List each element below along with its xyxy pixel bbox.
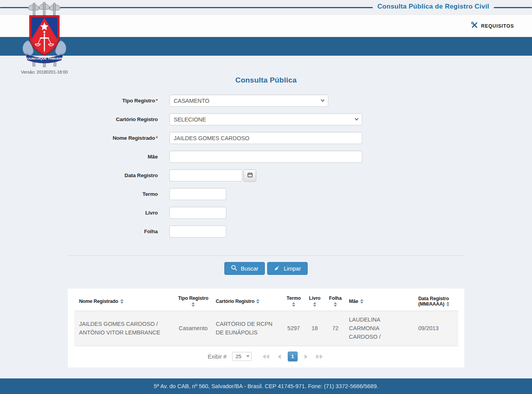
app-title: Consulta Pública de Registro Civil bbox=[373, 3, 494, 11]
form-row-nome-registrado: Nome Registrado* bbox=[67, 132, 465, 144]
main-content: Consulta Pública Tipo Registro* CASAMENT… bbox=[67, 76, 465, 368]
livro-label: Livro bbox=[67, 210, 169, 216]
cell-mae: LAUDELINA CARMONIA CARDOSO / bbox=[346, 311, 415, 346]
cell-tipo-registro: Casamento bbox=[174, 311, 213, 346]
col-header-cartorio-registro[interactable]: Cartório Registro bbox=[213, 292, 283, 311]
form-row-cartorio-registro: Cartório Registro SELECIONE bbox=[67, 113, 465, 125]
header-band bbox=[0, 37, 532, 56]
tipo-registro-select[interactable]: CASAMENTO bbox=[169, 95, 328, 107]
buscar-label: Buscar bbox=[241, 266, 258, 272]
termo-label: Termo bbox=[67, 191, 169, 197]
required-asterisk: * bbox=[156, 135, 158, 141]
mae-label: Mãe bbox=[67, 154, 169, 160]
pagination: Exibir # 25 1 bbox=[74, 352, 458, 361]
folha-input[interactable] bbox=[169, 225, 226, 237]
cartorio-registro-select[interactable]: SELECIONE bbox=[169, 113, 362, 125]
tools-icon bbox=[471, 22, 478, 30]
nome-registrado-input[interactable] bbox=[169, 132, 362, 144]
col-header-folha[interactable]: Folha bbox=[325, 292, 346, 311]
coat-of-arms-logo: SUUMCUIQUE TRIBUERE Versão: 20180201-18:… bbox=[20, 2, 69, 74]
last-page-icon[interactable] bbox=[315, 353, 324, 361]
menu-bar: REQUISITOS bbox=[0, 15, 532, 37]
tipo-registro-label: Tipo Registro* bbox=[67, 98, 169, 104]
col-header-mae[interactable]: Mãe bbox=[346, 292, 415, 311]
nome-registrado-label: Nome Registrado* bbox=[67, 135, 169, 141]
cell-folha: 72 bbox=[325, 311, 346, 346]
mae-input[interactable] bbox=[169, 151, 362, 163]
cell-cartorio-registro: CARTÓRIO DE RCPN DE EUNÁPOLIS bbox=[213, 311, 283, 346]
next-page-icon[interactable] bbox=[303, 353, 309, 361]
data-registro-input[interactable] bbox=[169, 169, 242, 181]
footer-address: 5ª Av. do CAB, nº 560, Salvador/BA - Bra… bbox=[154, 383, 379, 389]
footer: 5ª Av. do CAB, nº 560, Salvador/BA - Bra… bbox=[0, 378, 532, 394]
cell-termo: 5297 bbox=[283, 311, 305, 346]
limpar-button[interactable]: Limpar bbox=[267, 262, 307, 275]
form-buttons: Buscar Limpar bbox=[67, 262, 465, 275]
broom-icon bbox=[274, 265, 280, 272]
exibir-label: Exibir # bbox=[208, 354, 226, 360]
col-header-data-registro[interactable]: Data Registro (MM/AAAA) bbox=[415, 292, 458, 311]
current-page-button[interactable]: 1 bbox=[288, 352, 298, 361]
termo-input[interactable] bbox=[169, 188, 226, 200]
col-header-termo[interactable]: Termo bbox=[283, 292, 305, 311]
results-panel: Nome Registrado Tipo Registro Cartório R… bbox=[67, 288, 465, 368]
cell-nome-registrado: JAILDES GOMES CARDOSO / ANTÔNIO VITOR LE… bbox=[74, 311, 174, 346]
data-registro-label: Data Registro bbox=[67, 172, 169, 178]
form-divider bbox=[67, 255, 465, 256]
version-text: Versão: 20180201-18:00 bbox=[20, 70, 69, 74]
folha-label: Folha bbox=[67, 229, 169, 234]
search-icon bbox=[231, 265, 237, 272]
form-row-folha: Folha bbox=[67, 225, 465, 237]
tjba-crest: SUUMCUIQUE TRIBUERE bbox=[20, 2, 69, 68]
table-header-row: Nome Registrado Tipo Registro Cartório R… bbox=[74, 292, 458, 311]
limpar-label: Limpar bbox=[284, 266, 301, 272]
form-row-termo: Termo bbox=[67, 188, 465, 200]
sort-icon bbox=[360, 299, 363, 304]
sort-icon bbox=[313, 302, 316, 307]
buscar-button[interactable]: Buscar bbox=[224, 262, 265, 275]
first-page-icon[interactable] bbox=[261, 353, 271, 361]
form-row-livro: Livro bbox=[67, 207, 465, 219]
calendar-button[interactable] bbox=[243, 169, 256, 182]
results-table: Nome Registrado Tipo Registro Cartório R… bbox=[74, 292, 458, 346]
table-row[interactable]: JAILDES GOMES CARDOSO / ANTÔNIO VITOR LE… bbox=[74, 311, 458, 346]
prev-page-icon[interactable] bbox=[276, 353, 282, 361]
consulta-form: Tipo Registro* CASAMENTO Cartório Regist… bbox=[67, 95, 465, 275]
cartorio-registro-label: Cartório Registro bbox=[67, 116, 169, 122]
sort-icon bbox=[120, 299, 123, 304]
form-row-tipo-registro: Tipo Registro* CASAMENTO bbox=[67, 95, 465, 107]
page-title: Consulta Pública bbox=[67, 76, 465, 84]
page-size-select[interactable]: 25 bbox=[232, 352, 252, 361]
sort-icon bbox=[256, 299, 259, 304]
top-bar: Consulta Pública de Registro Civil bbox=[0, 0, 532, 15]
col-header-livro[interactable]: Livro bbox=[305, 292, 325, 311]
logo-motto-text: SUUMCUIQUE TRIBUERE bbox=[25, 57, 63, 60]
calendar-icon bbox=[247, 172, 253, 179]
form-row-mae: Mãe bbox=[67, 151, 465, 163]
col-header-tipo-registro[interactable]: Tipo Registro bbox=[174, 292, 213, 311]
livro-input[interactable] bbox=[169, 207, 226, 219]
requisitos-link[interactable]: REQUISITOS bbox=[471, 22, 514, 30]
sort-icon bbox=[334, 302, 337, 307]
sort-icon bbox=[192, 302, 195, 307]
requisitos-label: REQUISITOS bbox=[481, 23, 514, 29]
required-asterisk: * bbox=[156, 98, 158, 104]
cell-data-registro: 09/2013 bbox=[415, 311, 458, 346]
sort-icon bbox=[446, 302, 449, 306]
col-header-nome-registrado[interactable]: Nome Registrado bbox=[74, 292, 174, 311]
sort-icon bbox=[292, 302, 295, 307]
form-row-data-registro: Data Registro bbox=[67, 169, 465, 181]
cell-livro: 18 bbox=[305, 311, 325, 346]
